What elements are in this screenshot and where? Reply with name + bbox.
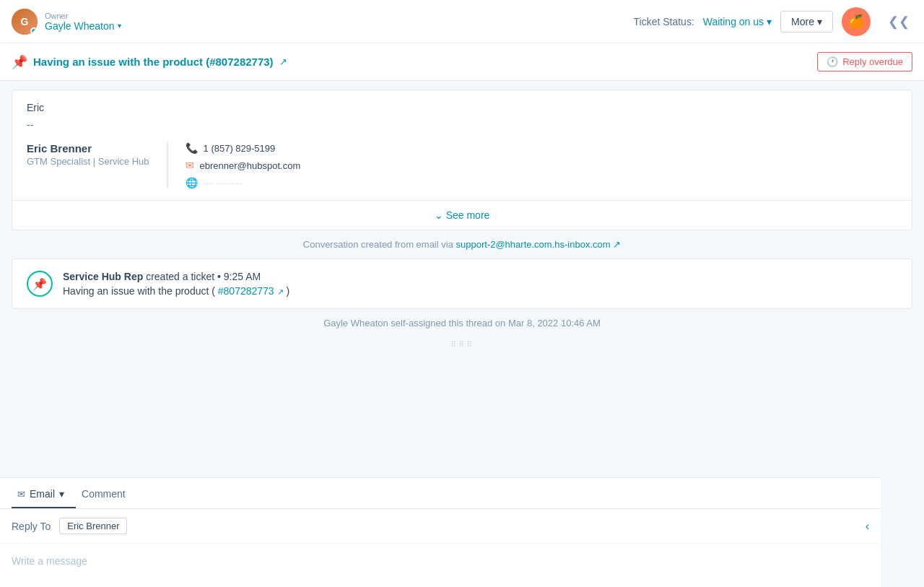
phone-icon: 📞 (186, 142, 198, 154)
see-more-bar[interactable]: ⌄ See more (12, 200, 912, 230)
reply-to-label: Reply To (12, 521, 51, 532)
see-more-link[interactable]: ⌄ See more (435, 209, 490, 221)
email-salutation: Eric (27, 102, 897, 113)
signature-block: Eric Brenner GTM Specialist | Service Hu… (27, 142, 897, 188)
sig-name-section: Eric Brenner GTM Specialist | Service Hu… (27, 142, 168, 188)
conversation-created-notice: Conversation created from email via supp… (0, 230, 924, 258)
see-more-chevron-icon: ⌄ (435, 209, 443, 221)
sig-extra-placeholder: ···· ·········· (204, 178, 243, 188)
header-right: Ticket Status: Waiting on us ▾ More ▾ 🍊 … (633, 7, 912, 36)
globe-icon: 🌐 (186, 177, 198, 188)
external-link-conv-icon: ↗ (613, 239, 621, 250)
ticket-title-bar: 📌 Having an issue with the product (#807… (0, 43, 924, 81)
collapse-sidebar-button[interactable]: ❮❮ (885, 11, 912, 32)
ticket-title-text: Having an issue with the product (#80728… (33, 56, 274, 68)
ticket-pin-icon: 📌 (12, 54, 27, 70)
owner-info: Owner Gayle Wheaton ▾ (45, 12, 121, 32)
hubspot-logo-icon: 🍊 (842, 7, 871, 36)
ticket-created-icon: 📌 (27, 271, 53, 297)
sig-phone-row: 📞 1 (857) 829-5199 (186, 142, 301, 154)
ticket-creator-name: Service Hub Rep (63, 271, 143, 282)
owner-name-button[interactable]: Gayle Wheaton ▾ (45, 20, 121, 32)
reply-to-row: Reply To Eric Brenner ‹ (0, 509, 881, 544)
owner-section: G Owner Gayle Wheaton ▾ (12, 9, 121, 35)
sig-phone-text: 1 (857) 829-5199 (204, 143, 276, 154)
signer-title: GTM Specialist | Service Hub (27, 156, 149, 167)
tab-email[interactable]: ✉ Email ▾ (12, 478, 76, 508)
reply-overdue-badge: 🕐 Reply overdue (817, 52, 912, 71)
sig-email-row: ✉ ebrenner@hubspot.com (186, 160, 301, 171)
signer-name: Eric Brenner (27, 142, 149, 155)
reply-to-left: Reply To Eric Brenner (12, 518, 127, 534)
owner-chevron-icon: ▾ (118, 22, 121, 30)
more-chevron-icon: ▾ (817, 16, 822, 27)
tab-comment[interactable]: Comment (76, 478, 137, 508)
ticket-status-button[interactable]: Waiting on us ▾ (703, 16, 772, 27)
overdue-clock-icon: 🕐 (827, 56, 838, 67)
inbox-email-link[interactable]: support-2@hharte.com.hs-inbox.com (456, 239, 611, 250)
ticket-created-line1: Service Hub Rep created a ticket • 9:25 … (63, 271, 289, 282)
collapse-compose-button[interactable]: ‹ (866, 520, 869, 533)
email-dropdown-icon: ▾ (59, 488, 64, 500)
ticket-created-content: Service Hub Rep created a ticket • 9:25 … (63, 271, 289, 297)
sig-extra-row: 🌐 ···· ·········· (186, 177, 301, 188)
sig-contact: 📞 1 (857) 829-5199 ✉ ebrenner@hubspot.co… (186, 142, 301, 188)
message-input[interactable]: Write a message (0, 544, 881, 587)
online-indicator (30, 27, 38, 35)
ticket-status-label: Ticket Status: (633, 16, 694, 27)
compose-tabs: ✉ Email ▾ Comment (0, 478, 881, 509)
avatar: G (12, 9, 38, 35)
email-divider: -- (27, 119, 897, 131)
email-card-body: Eric -- Eric Brenner GTM Specialist | Se… (12, 90, 912, 200)
email-tab-icon: ✉ (17, 489, 25, 500)
ticket-external-link-icon[interactable]: ↗ (279, 56, 287, 67)
ticket-title-section: 📌 Having an issue with the product (#807… (12, 54, 287, 70)
more-button[interactable]: More ▾ (780, 11, 833, 32)
email-card: Eric -- Eric Brenner GTM Specialist | Se… (12, 90, 912, 230)
ticket-number-link[interactable]: #807282773 (218, 285, 274, 297)
owner-label: Owner (45, 12, 121, 20)
ticket-ext-link-icon: ↗ (277, 287, 284, 296)
ticket-created-time: 9:25 AM (224, 271, 261, 282)
ticket-created-card: 📌 Service Hub Rep created a ticket • 9:2… (12, 258, 912, 309)
status-chevron-icon: ▾ (767, 16, 772, 27)
compose-area: ✉ Email ▾ Comment Reply To Eric Brenner … (0, 477, 881, 587)
ticket-created-line2: Having an issue with the product ( #8072… (63, 285, 289, 297)
email-icon-sig: ✉ (186, 160, 194, 171)
top-header: G Owner Gayle Wheaton ▾ Ticket Status: W… (0, 0, 924, 43)
sig-email-text: ebrenner@hubspot.com (200, 160, 301, 171)
self-assigned-notice: Gayle Wheaton self-assigned this thread … (0, 309, 924, 337)
drag-handle-dots: ⠿⠿⠿ (0, 337, 924, 352)
reply-to-chip[interactable]: Eric Brenner (59, 518, 127, 534)
